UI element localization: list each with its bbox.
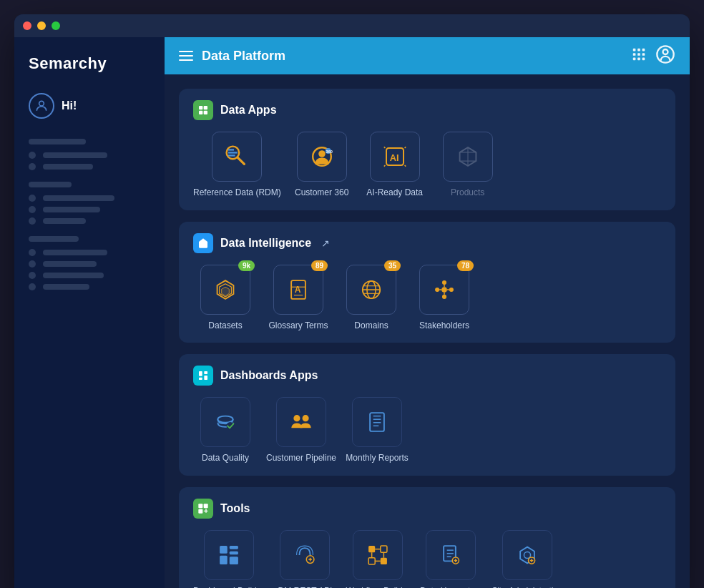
top-nav: Data Platform (165, 37, 690, 74)
app-label-ai-ready-data: AI-Ready Data (366, 187, 423, 199)
app-icon-data-quality (200, 397, 250, 447)
nav-bar (43, 207, 100, 212)
app-icon-site-administration (502, 530, 552, 580)
nav-bar (43, 152, 107, 158)
app-item-dm-rest-api[interactable]: DM REST API (273, 530, 337, 588)
nav-bar (43, 164, 93, 170)
svg-rect-7 (633, 57, 636, 60)
svg-rect-5 (637, 53, 640, 56)
app-layout: Semarchy Hi! (14, 37, 690, 588)
tools-section-icon (193, 499, 213, 519)
section-header-data-intelligence: Data Intelligence ↗ (193, 233, 661, 253)
app-icon-dashboard-builder (204, 530, 254, 580)
nav-bar (43, 195, 114, 201)
svg-point-42 (435, 288, 439, 292)
nav-dot (29, 260, 36, 268)
sidebar-nav-item[interactable] (29, 206, 150, 213)
svg-rect-15 (204, 111, 207, 114)
sidebar-nav-section-3 (14, 230, 165, 296)
app-item-site-administration[interactable]: Site Administration (492, 530, 562, 588)
section-header-tools: Tools (193, 499, 661, 519)
app-label-reference-data: Reference Data (RDM) (193, 187, 281, 199)
app-label-domains: Domains (354, 320, 388, 332)
app-icon-products (443, 132, 493, 182)
app-icon-customer-360: 360 (297, 132, 347, 182)
nav-dot (29, 206, 36, 213)
svg-rect-66 (220, 546, 228, 554)
nav-bar (43, 250, 107, 255)
svg-rect-2 (637, 48, 640, 51)
sidebar-nav-item[interactable] (29, 249, 150, 256)
app-item-workflow-builder[interactable]: Workflow Builder (346, 530, 410, 588)
nav-dot (29, 272, 36, 279)
minimize-button[interactable] (37, 21, 46, 30)
glossary-terms-badge: 89 (311, 260, 328, 271)
svg-rect-61 (198, 504, 202, 508)
data-apps-grid: Reference Data (RDM) (193, 132, 661, 199)
sidebar-user: Hi! (14, 87, 165, 133)
svg-rect-62 (204, 504, 208, 508)
nav-bar (43, 273, 104, 278)
svg-point-40 (442, 280, 446, 285)
app-label-customer-360: Customer 360 (295, 187, 348, 199)
app-label-monthly-reports: Monthly Reports (346, 453, 408, 464)
nav-bar (43, 284, 89, 290)
data-apps-section-icon (193, 100, 213, 120)
maximize-button[interactable] (52, 21, 60, 30)
svg-point-54 (293, 415, 300, 421)
svg-point-11 (663, 49, 668, 54)
nav-bar (43, 218, 86, 224)
svg-rect-14 (199, 111, 202, 114)
section-header-data-apps: Data Apps (193, 100, 661, 120)
data-intelligence-section-icon (193, 233, 213, 253)
svg-rect-75 (368, 546, 375, 552)
app-label-data-quality: Data Quality (202, 453, 249, 464)
app-item-data-harvesters[interactable]: Data Harvesters (419, 530, 483, 588)
app-label-customer-pipeline: Customer Pipeline (266, 453, 336, 464)
close-button[interactable] (23, 21, 31, 30)
app-icon-glossary-terms: A 89 (273, 265, 323, 315)
app-item-monthly-reports[interactable]: Monthly Reports (345, 397, 409, 464)
sidebar-nav-item[interactable] (29, 260, 150, 268)
nav-dot (29, 195, 36, 202)
app-item-products[interactable]: Products (436, 132, 500, 199)
tools-grid: Dashboard Builder (193, 530, 661, 588)
app-icon-dm-rest-api (280, 530, 330, 580)
app-item-glossary-terms[interactable]: A 89 Glossary Terms (266, 265, 331, 332)
app-icon-datasets: 9k (200, 265, 250, 315)
nav-dot (29, 163, 36, 170)
app-item-customer-360[interactable]: 360 Customer 360 (290, 132, 354, 199)
app-icon-customer-pipeline (276, 397, 326, 447)
sidebar-nav-item[interactable] (29, 163, 150, 170)
external-link-icon[interactable]: ↗ (321, 237, 330, 249)
svg-rect-48 (199, 371, 202, 376)
app-icon-ai-ready-data: AI (370, 132, 420, 182)
app-item-ai-ready-data[interactable]: AI AI-Ready Data (363, 132, 427, 199)
apps-grid-icon[interactable] (631, 46, 647, 66)
svg-rect-4 (633, 53, 636, 56)
svg-text:360: 360 (326, 150, 332, 154)
svg-rect-9 (642, 57, 645, 60)
svg-line-17 (238, 157, 245, 165)
app-item-stakeholders[interactable]: 78 Stakeholders (412, 265, 476, 332)
dashboards-section-icon (193, 366, 213, 386)
sidebar-nav-item[interactable] (29, 272, 150, 279)
app-item-datasets[interactable]: 9k Datasets (193, 265, 258, 332)
app-item-customer-pipeline[interactable]: Customer Pipeline (266, 397, 336, 464)
svg-point-43 (442, 294, 446, 298)
app-item-data-quality[interactable]: Data Quality (193, 397, 258, 464)
app-item-dashboard-builder[interactable]: Dashboard Builder (193, 530, 264, 588)
app-window: Semarchy Hi! (14, 14, 690, 588)
user-profile-icon[interactable] (655, 44, 675, 68)
menu-button[interactable] (179, 51, 193, 61)
svg-point-55 (303, 415, 309, 421)
app-label-products: Products (451, 187, 484, 199)
app-item-reference-data[interactable]: Reference Data (RDM) (193, 132, 281, 199)
sidebar-nav-item[interactable] (29, 217, 150, 225)
sidebar-nav-item[interactable] (29, 283, 150, 290)
app-item-domains[interactable]: 35 Domains (339, 265, 404, 332)
sidebar-nav-item[interactable] (29, 195, 150, 202)
sidebar-nav-item[interactable] (29, 152, 150, 159)
nav-bar (43, 261, 97, 267)
app-label-datasets: Datasets (208, 320, 242, 332)
